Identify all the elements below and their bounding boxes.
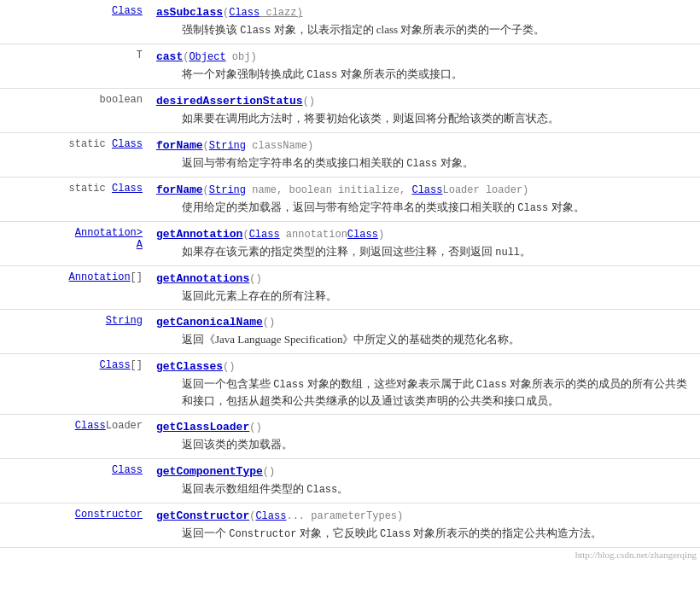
method-cell: desiredAssertionStatus()如果要在调用此方法时，将要初始化… (149, 89, 700, 133)
return-type-cell: static Class (0, 177, 149, 221)
method-cell: forName(String className)返回与带有给定字符串名的类或接… (149, 132, 700, 177)
method-name[interactable]: forName (156, 183, 203, 196)
method-cell: cast(Object obj)将一个对象强制转换成此 Class 对象所表示的… (149, 44, 700, 89)
method-name[interactable]: getCanonicalName (156, 316, 263, 329)
return-type-cell: Annotation[] (0, 265, 149, 310)
method-params: (Class clazz) (223, 7, 303, 19)
table-row: ConstructorgetConstructor(Class... param… (0, 503, 700, 547)
method-description: 使用给定的类加载器，返回与带有给定字符串名的类或接口相关联的 Class 对象。 (156, 199, 693, 216)
api-methods-table: ClassasSubclass(Class clazz)强制转换该 Class … (0, 0, 700, 548)
method-name[interactable]: asSubclass (156, 6, 223, 19)
method-description: 返回《Java Language Specification》中所定义的基础类的… (156, 331, 693, 348)
method-cell: getClassLoader()返回该类的类加载器。 (149, 415, 700, 459)
return-type-cell: Class[] (0, 353, 149, 415)
method-name[interactable]: getClasses (156, 360, 223, 373)
method-cell: getAnnotations()返回此元素上存在的所有注释。 (149, 265, 700, 310)
method-description: 返回一个包含某些 Class 对象的数组，这些对象表示属于此 Class 对象所… (156, 375, 693, 410)
method-cell: getAnnotation(Class annotationClass)如果存在… (149, 221, 700, 265)
return-type-cell: static Class (0, 132, 149, 177)
table-row: Annotation>AgetAnnotation(Class annotati… (0, 221, 700, 265)
return-type-cell: Class (0, 458, 149, 503)
table-row: Annotation[]getAnnotations()返回此元素上存在的所有注… (0, 265, 700, 310)
method-params: (Class annotationClass) (242, 229, 384, 241)
method-params: (Object obj) (183, 51, 256, 63)
method-description: 返回表示数组组件类型的 Class。 (156, 480, 693, 498)
method-params: (String name, boolean initialize, ClassL… (203, 184, 529, 196)
method-cell: getCanonicalName()返回《Java Language Speci… (149, 310, 700, 354)
method-params: () (249, 273, 261, 285)
table-row: ClassasSubclass(Class clazz)强制转换该 Class … (0, 0, 700, 44)
method-description: 返回此元素上存在的所有注释。 (156, 288, 693, 305)
table-row: ClassgetComponentType()返回表示数组组件类型的 Class… (0, 458, 700, 503)
method-description: 返回与带有给定字符串名的类或接口相关联的 Class 对象。 (156, 154, 693, 172)
watermark: http://blog.csdn.net/zhangerqing (0, 548, 700, 562)
return-type-cell: Annotation>A (0, 221, 149, 265)
table-row: ClassLoadergetClassLoader()返回该类的类加载器。 (0, 415, 700, 459)
method-name[interactable]: cast (156, 50, 183, 63)
method-name[interactable]: forName (156, 139, 203, 152)
return-type-cell: Class (0, 0, 149, 44)
method-params: (Class... parameterTypes) (249, 510, 403, 522)
table-row: booleandesiredAssertionStatus()如果要在调用此方法… (0, 89, 700, 133)
method-params: () (263, 466, 275, 478)
table-row: Tcast(Object obj)将一个对象强制转换成此 Class 对象所表示… (0, 44, 700, 89)
method-name[interactable]: getComponentType (156, 465, 263, 478)
method-params: () (249, 422, 261, 434)
table-row: StringgetCanonicalName()返回《Java Language… (0, 310, 700, 354)
method-name[interactable]: desiredAssertionStatus (156, 95, 303, 108)
return-type-cell: Constructor (0, 503, 149, 547)
method-params: (String className) (203, 140, 314, 152)
return-type-cell: String (0, 310, 149, 354)
method-description: 如果存在该元素的指定类型的注释，则返回这些注释，否则返回 null。 (156, 243, 693, 260)
method-cell: forName(String name, boolean initialize,… (149, 177, 700, 221)
method-cell: getConstructor(Class... parameterTypes)返… (149, 503, 700, 547)
method-cell: getComponentType()返回表示数组组件类型的 Class。 (149, 458, 700, 503)
method-description: 如果要在调用此方法时，将要初始化该类，则返回将分配给该类的断言状态。 (156, 110, 693, 127)
method-name[interactable]: getAnnotation (156, 228, 242, 241)
method-description: 返回该类的类加载器。 (156, 436, 693, 453)
method-description: 将一个对象强制转换成此 Class 对象所表示的类或接口。 (156, 66, 693, 83)
return-type-cell: T (0, 44, 149, 89)
method-params: () (223, 361, 235, 373)
table-row: static ClassforName(String name, boolean… (0, 177, 700, 221)
method-name[interactable]: getClassLoader (156, 421, 249, 434)
method-description: 返回一个 Constructor 对象，它反映此 Class 对象所表示的类的指… (156, 525, 693, 542)
method-params: () (303, 96, 315, 108)
method-cell: getClasses()返回一个包含某些 Class 对象的数组，这些对象表示属… (149, 353, 700, 415)
table-row: Class[]getClasses()返回一个包含某些 Class 对象的数组，… (0, 353, 700, 415)
method-params: () (263, 317, 275, 329)
method-name[interactable]: getAnnotations (156, 272, 249, 285)
method-description: 强制转换该 Class 对象，以表示指定的 class 对象所表示的类的一个子类… (156, 21, 693, 38)
method-name[interactable]: getConstructor (156, 509, 249, 522)
return-type-cell: ClassLoader (0, 415, 149, 459)
return-type-cell: boolean (0, 89, 149, 133)
method-cell: asSubclass(Class clazz)强制转换该 Class 对象，以表… (149, 0, 700, 44)
table-row: static ClassforName(String className)返回与… (0, 132, 700, 177)
